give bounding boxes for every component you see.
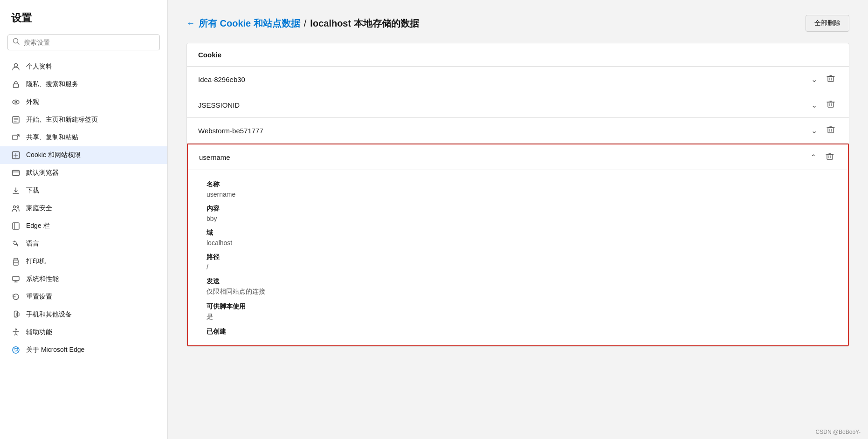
footer-attribution: CSDN @BoBooY- — [816, 429, 861, 435]
sidebar-item-privacy[interactable]: 隐私、搜索和服务 — [0, 75, 167, 93]
sidebar-item-label: 系统和性能 — [26, 275, 59, 283]
detail-field-created: 已创建 — [207, 328, 837, 336]
detail-field-path: 路径 / — [207, 253, 837, 271]
sidebar-item-family[interactable]: 家庭安全 — [0, 199, 167, 217]
svg-line-1 — [18, 43, 20, 45]
cookie-row-jsessionid[interactable]: JSESSIONID ⌄ — [187, 92, 849, 118]
sidebar-item-browser[interactable]: 默认浏览器 — [0, 164, 167, 182]
cookie-detail-body: 名称 username 内容 bby 域 localhost 路径 / 发送 — [188, 170, 848, 345]
sidebar-item-newtab[interactable]: 开始、主页和新建标签页 — [0, 111, 167, 129]
svg-point-27 — [13, 347, 19, 353]
sidebar-item-language[interactable]: 语言 — [0, 235, 167, 253]
svg-point-2 — [14, 64, 18, 67]
detail-field-send: 发送 仅限相同站点的连接 — [207, 277, 837, 296]
sidebar-item-label: 隐私、搜索和服务 — [26, 80, 78, 89]
sidebar-item-share[interactable]: 共享、复制和粘贴 — [0, 129, 167, 146]
detail-send-value: 仅限相同站点的连接 — [207, 288, 837, 296]
cookie-row-webstorm[interactable]: Webstorm-be571777 ⌄ — [187, 118, 849, 144]
share-icon — [11, 133, 21, 142]
sidebar-item-label: Cookie 和网站权限 — [26, 151, 81, 159]
svg-point-26 — [15, 329, 17, 330]
detail-name-label: 名称 — [207, 180, 837, 189]
edge-icon — [11, 345, 21, 355]
cookie-row-actions-username: ⌃ — [807, 151, 837, 163]
sidebar-item-label: 共享、复制和粘贴 — [26, 133, 78, 142]
expand-icon-idea[interactable]: ⌄ — [808, 74, 820, 85]
cookie-row-actions-webstorm: ⌄ — [808, 124, 838, 137]
svg-rect-7 — [13, 135, 17, 140]
breadcrumb-link[interactable]: 所有 Cookie 和站点数据 — [199, 17, 300, 30]
sidebar-item-download[interactable]: 下载 — [0, 182, 167, 199]
sidebar-item-label: Edge 栏 — [26, 222, 50, 230]
sidebar-item-mobile[interactable]: 手机和其他设备 — [0, 306, 167, 323]
detail-path-value: / — [207, 263, 837, 271]
eye-icon — [11, 97, 21, 107]
svg-rect-36 — [828, 128, 834, 133]
cookie-row-actions-jsessionid: ⌄ — [808, 99, 838, 111]
sidebar-item-print[interactable]: 打印机 — [0, 253, 167, 270]
expand-icon-jsessionid[interactable]: ⌄ — [808, 100, 820, 110]
search-input[interactable] — [24, 39, 155, 46]
delete-icon-webstorm[interactable] — [824, 124, 838, 137]
detail-content-label: 内容 — [207, 205, 837, 213]
detail-domain-label: 域 — [207, 229, 837, 237]
sidebar-item-label: 打印机 — [26, 257, 46, 266]
expand-icon-webstorm[interactable]: ⌄ — [808, 125, 820, 136]
sidebar-item-label: 手机和其他设备 — [26, 310, 72, 319]
system-icon — [11, 274, 21, 284]
cookie-row-actions-idea: ⌄ — [808, 73, 838, 85]
sidebar-item-cookies[interactable]: Cookie 和网站权限 — [0, 146, 167, 164]
cookie-name-webstorm: Webstorm-be571777 — [198, 127, 808, 135]
detail-scriptable-label: 可供脚本使用 — [207, 302, 837, 311]
svg-rect-32 — [828, 102, 834, 107]
collapse-icon-username[interactable]: ⌃ — [807, 152, 819, 163]
svg-rect-3 — [14, 84, 19, 88]
sidebar-item-edgebar[interactable]: Edge 栏 — [0, 217, 167, 235]
sidebar-item-label: 外观 — [26, 98, 39, 106]
sidebar-item-label: 重置设置 — [26, 293, 52, 301]
language-icon — [11, 239, 21, 248]
search-box[interactable] — [7, 34, 160, 50]
breadcrumb: ← 所有 Cookie 和站点数据 / localhost 本地存储的数据 全部… — [186, 15, 849, 32]
sidebar-item-accessibility[interactable]: 辅助功能 — [0, 323, 167, 341]
detail-field-name: 名称 username — [207, 180, 837, 198]
sidebar-item-about[interactable]: 关于 Microsoft Edge — [0, 341, 167, 359]
detail-scriptable-value: 是 — [207, 313, 837, 321]
edgebar-icon — [11, 221, 21, 231]
delete-icon-username[interactable] — [823, 151, 837, 163]
svg-point-14 — [14, 206, 16, 208]
sidebar-item-system[interactable]: 系统和性能 — [0, 270, 167, 288]
back-button[interactable]: ← — [186, 19, 195, 28]
delete-icon-idea[interactable] — [824, 73, 838, 85]
svg-rect-11 — [13, 171, 20, 176]
cookie-name-idea: Idea-8296eb30 — [198, 75, 808, 83]
sidebar-item-label: 下载 — [26, 186, 39, 195]
sidebar-item-profile[interactable]: 个人资料 — [0, 58, 167, 75]
page-title: 设置 — [0, 11, 167, 34]
svg-rect-20 — [13, 276, 19, 281]
svg-rect-18 — [14, 263, 18, 265]
delete-all-button[interactable]: 全部删除 — [806, 15, 849, 32]
sidebar-item-label: 开始、主页和新建标签页 — [26, 116, 98, 124]
svg-point-5 — [15, 101, 17, 103]
svg-rect-40 — [827, 154, 833, 159]
cookie-row-username: username ⌃ 名称 username 内容 bby — [187, 144, 849, 346]
cookie-row-username-header[interactable]: username ⌃ — [188, 144, 848, 170]
delete-icon-jsessionid[interactable] — [824, 99, 838, 111]
detail-domain-value: localhost — [207, 239, 837, 247]
sidebar: 设置 个人资料 隐私、搜索和服务 外观 开始、主页和新建标签页 — [0, 0, 168, 439]
breadcrumb-separator: / — [304, 18, 307, 29]
detail-content-value: bby — [207, 215, 837, 222]
detail-field-domain: 域 localhost — [207, 229, 837, 247]
detail-field-content: 内容 bby — [207, 205, 837, 222]
browser-icon — [11, 168, 21, 178]
cookie-row-idea[interactable]: Idea-8296eb30 ⌄ — [187, 67, 849, 92]
svg-rect-28 — [828, 76, 834, 82]
home-icon — [11, 115, 21, 124]
family-icon — [11, 204, 21, 213]
sidebar-item-appearance[interactable]: 外观 — [0, 93, 167, 111]
sidebar-item-reset[interactable]: 重置设置 — [0, 288, 167, 306]
svg-rect-25 — [17, 313, 19, 316]
sidebar-item-label: 辅助功能 — [26, 328, 52, 336]
sidebar-item-label: 关于 Microsoft Edge — [26, 346, 84, 354]
